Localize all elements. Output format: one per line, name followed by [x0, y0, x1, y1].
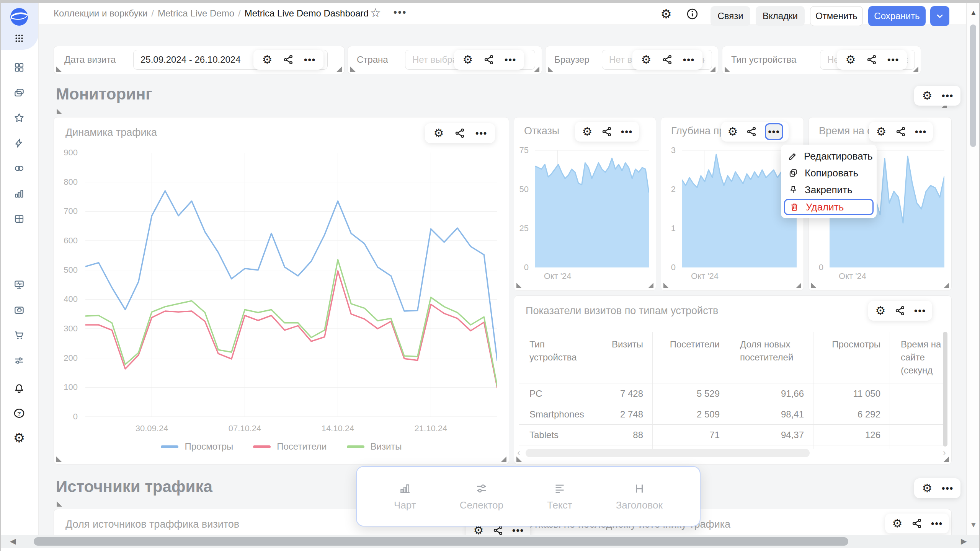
gear-icon[interactable]: ⚙ — [433, 127, 445, 139]
breadcrumb-workbook[interactable]: Metrica Live Demo — [158, 8, 234, 18]
table-horizontal-scrollbar[interactable] — [526, 449, 810, 457]
resize-handle[interactable] — [516, 456, 522, 462]
resize-handle[interactable] — [663, 283, 669, 288]
add-text-button[interactable]: Текст — [547, 482, 572, 511]
gear-icon[interactable]: ⚙ — [921, 482, 933, 494]
more-icon[interactable]: ••• — [942, 91, 954, 100]
gear-icon[interactable]: ⚙ — [891, 517, 903, 530]
sidebar-item-storage[interactable] — [0, 301, 38, 319]
datalens-logo-icon[interactable] — [0, 6, 38, 28]
sidebar-item-marketplace[interactable] — [0, 326, 38, 344]
settings-gear-icon[interactable]: ⚙ — [0, 429, 38, 447]
gear-icon[interactable]: ⚙ — [640, 54, 652, 66]
more-icon[interactable]: ••• — [887, 55, 899, 64]
sidebar-item-monitoring[interactable] — [0, 276, 38, 294]
add-heading-button[interactable]: Заголовок — [616, 482, 663, 511]
resize-handle[interactable] — [811, 283, 817, 288]
dashboard-settings-gear-icon[interactable]: ⚙ — [659, 7, 673, 21]
more-icon[interactable]: ••• — [942, 484, 954, 493]
resize-handle[interactable] — [516, 283, 522, 288]
gear-icon[interactable]: ⚙ — [921, 90, 933, 102]
links-icon[interactable] — [454, 127, 466, 139]
more-icon[interactable]: ••• — [914, 306, 926, 315]
more-icon[interactable]: ••• — [683, 55, 695, 64]
resize-handle[interactable] — [796, 283, 801, 288]
resize-handle[interactable] — [534, 67, 539, 72]
scroll-right-icon[interactable]: ▶ — [961, 536, 967, 546]
gear-icon[interactable]: ⚙ — [727, 126, 739, 138]
resize-handle[interactable] — [944, 283, 949, 288]
scroll-up-icon[interactable]: ▲ — [967, 8, 980, 17]
notifications-bell-icon[interactable] — [0, 380, 38, 398]
sidebar-item-collections[interactable] — [0, 83, 38, 102]
gear-icon[interactable]: ⚙ — [581, 126, 593, 138]
sidebar-item-quick-actions[interactable] — [0, 134, 38, 152]
links-icon[interactable] — [911, 517, 923, 530]
gear-icon[interactable]: ⚙ — [874, 305, 887, 317]
relations-button[interactable]: Связи — [710, 6, 750, 26]
resize-handle[interactable] — [548, 67, 553, 72]
gear-icon[interactable]: ⚙ — [875, 126, 887, 138]
scroll-left-icon[interactable]: ◀ — [10, 536, 16, 546]
sidebar-item-favorites[interactable] — [0, 109, 38, 127]
scroll-down-icon[interactable]: ▼ — [967, 520, 980, 529]
resize-handle[interactable] — [57, 109, 62, 114]
resize-handle[interactable] — [56, 456, 62, 462]
help-icon[interactable]: ? — [0, 404, 38, 422]
sidebar-item-tables[interactable] — [0, 210, 38, 228]
more-icon[interactable]: ••• — [915, 127, 927, 136]
resize-handle[interactable] — [944, 456, 949, 462]
more-icon[interactable]: ••• — [304, 55, 316, 64]
menu-item-pin[interactable]: Закрепить — [781, 181, 877, 198]
gear-icon[interactable]: ⚙ — [844, 54, 857, 66]
tabs-button[interactable]: Вкладки — [756, 6, 805, 26]
links-icon[interactable] — [895, 126, 907, 138]
links-icon[interactable] — [866, 54, 878, 66]
legend-item[interactable]: Посетители — [253, 441, 327, 452]
breadcrumb-more-icon[interactable]: ••• — [394, 7, 407, 18]
links-icon[interactable] — [894, 305, 906, 317]
more-icon-focused[interactable]: ••• — [765, 123, 783, 140]
add-chart-button[interactable]: Чарт — [394, 482, 416, 511]
menu-item-delete[interactable]: Удалить — [784, 199, 874, 215]
sidebar-item-datasets[interactable] — [0, 159, 38, 178]
menu-item-edit[interactable]: Редактировать — [781, 148, 877, 165]
save-dropdown-button[interactable] — [930, 6, 949, 26]
resize-handle[interactable] — [57, 501, 62, 507]
more-icon[interactable]: ••• — [621, 127, 633, 136]
gear-icon[interactable]: ⚙ — [261, 54, 273, 66]
sidebar-item-dashboards[interactable] — [0, 58, 38, 77]
traffic-dynamics-chart[interactable] — [85, 153, 497, 417]
legend-item[interactable]: Просмотры — [161, 441, 233, 452]
resize-handle[interactable] — [648, 283, 653, 288]
resize-handle[interactable] — [913, 67, 918, 72]
sidebar-item-services[interactable] — [0, 351, 38, 370]
favorite-star-icon[interactable]: ☆ — [370, 5, 381, 20]
apps-grid-icon[interactable] — [0, 29, 38, 47]
resize-handle[interactable] — [710, 67, 715, 72]
resize-handle[interactable] — [350, 67, 356, 72]
resize-handle[interactable] — [725, 67, 730, 72]
more-icon[interactable]: ••• — [931, 519, 943, 528]
resize-handle[interactable] — [56, 67, 62, 72]
links-icon[interactable] — [746, 126, 758, 138]
legend-item[interactable]: Визиты — [347, 441, 402, 452]
links-icon[interactable] — [601, 126, 613, 138]
info-icon[interactable] — [685, 7, 699, 21]
vertical-scrollbar-thumb[interactable] — [970, 24, 976, 147]
more-icon[interactable]: ••• — [475, 129, 487, 138]
links-icon[interactable] — [483, 54, 495, 66]
cancel-button[interactable]: Отменить — [810, 6, 863, 26]
save-button[interactable]: Сохранить — [868, 6, 926, 26]
depth-chart[interactable] — [682, 150, 797, 267]
bounces-chart[interactable] — [535, 150, 649, 267]
more-icon[interactable]: ••• — [505, 55, 516, 64]
add-selector-button[interactable]: Селектор — [460, 482, 503, 511]
horizontal-scrollbar-thumb[interactable] — [34, 537, 848, 546]
menu-item-copy[interactable]: Копировать — [781, 165, 877, 181]
links-icon[interactable] — [283, 54, 295, 66]
resize-handle[interactable] — [336, 67, 342, 72]
table-vertical-scrollbar[interactable] — [943, 332, 947, 447]
resize-handle[interactable] — [501, 456, 506, 462]
sidebar-item-charts[interactable] — [0, 184, 38, 203]
